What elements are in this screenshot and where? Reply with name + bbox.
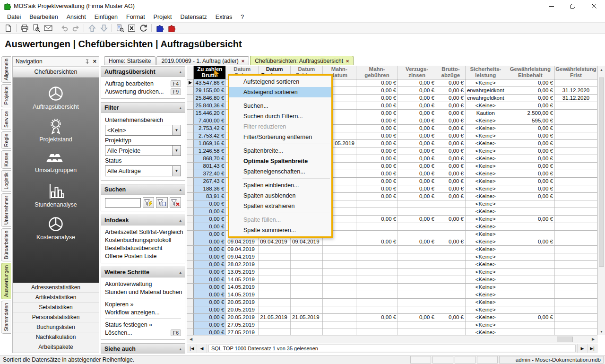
table-cell[interactable]: <Keine> bbox=[465, 276, 506, 283]
table-cell[interactable] bbox=[554, 132, 597, 139]
table-cell[interactable] bbox=[554, 276, 597, 283]
table-cell[interactable]: 21.05.2019 bbox=[259, 313, 291, 321]
table-cell[interactable] bbox=[506, 253, 554, 260]
module-tab-logistik[interactable]: Logistik bbox=[1, 170, 11, 192]
table-cell[interactable]: 0,00 € bbox=[436, 139, 465, 147]
table-cell[interactable]: 0,00 € bbox=[194, 253, 226, 260]
module-tab-allgemein[interactable]: Allgemein bbox=[1, 56, 11, 83]
table-cell[interactable]: <Keine> bbox=[465, 260, 506, 268]
context-menu-item-suchen[interactable]: Suchen... bbox=[229, 101, 331, 111]
table-cell[interactable] bbox=[436, 268, 465, 276]
table-cell[interactable]: <Keine> bbox=[465, 268, 506, 276]
table-cell[interactable] bbox=[554, 223, 597, 230]
table-cell[interactable]: 31.12.2020 bbox=[554, 87, 597, 94]
row-selector[interactable] bbox=[187, 177, 194, 185]
module-tab-auswertungen[interactable]: Auswertungen bbox=[1, 263, 11, 299]
new-document-icon[interactable] bbox=[2, 23, 14, 33]
table-cell[interactable] bbox=[259, 245, 291, 253]
horizontal-scrollbar[interactable]: ◀ ▶ bbox=[187, 335, 597, 343]
table-cell[interactable]: 0,00 € bbox=[356, 215, 398, 223]
action-löschen[interactable]: Löschen...F6 bbox=[105, 329, 181, 337]
table-cell[interactable] bbox=[356, 223, 398, 230]
table-cell[interactable]: <Keine> bbox=[465, 215, 506, 223]
table-cell[interactable] bbox=[506, 230, 554, 238]
table-cell[interactable] bbox=[554, 162, 597, 170]
table-cell[interactable] bbox=[436, 283, 465, 291]
next-record-button[interactable]: ▶ bbox=[577, 344, 587, 353]
table-cell[interactable] bbox=[554, 253, 597, 260]
row-selector[interactable] bbox=[187, 329, 194, 335]
column-header-verzugs-zinsen[interactable]: Verzugs-zinsen bbox=[398, 66, 436, 79]
scroll-down-icon[interactable]: ▼ bbox=[598, 328, 605, 335]
row-selector[interactable] bbox=[187, 94, 194, 102]
tab-2019-00069-1-auftrag-adler[interactable]: 2019.00069 - 1. Auftrag (adler)× bbox=[156, 56, 249, 65]
table-cell[interactable]: 0,00 € bbox=[506, 102, 554, 109]
table-cell[interactable] bbox=[290, 268, 322, 276]
table-cell[interactable]: 0,00 € bbox=[398, 147, 436, 155]
row-selector[interactable] bbox=[187, 245, 194, 253]
table-cell[interactable]: 188,36 € bbox=[194, 185, 226, 192]
table-cell[interactable] bbox=[554, 102, 597, 109]
table-cell[interactable]: 0,00 € bbox=[506, 215, 554, 223]
table-cell[interactable]: 0,00 € bbox=[356, 132, 398, 139]
collapse-icon[interactable]: ▴ bbox=[179, 347, 182, 351]
table-cell[interactable]: 0,00 € bbox=[194, 291, 226, 298]
row-selector[interactable] bbox=[187, 162, 194, 170]
action-auswertung-drucken[interactable]: Auswertung drucken...F9 bbox=[105, 87, 181, 95]
table-cell[interactable]: 0,00 € bbox=[356, 170, 398, 177]
table-cell[interactable]: 0,00 € bbox=[398, 102, 436, 109]
last-record-button[interactable]: ▶| bbox=[587, 344, 597, 353]
table-cell[interactable] bbox=[554, 170, 597, 177]
table-cell[interactable] bbox=[436, 298, 465, 306]
module-tab-büroarbeiten[interactable]: Büroarbeiten bbox=[1, 228, 11, 261]
select-projekttyp[interactable]: Alle Projekte▼ bbox=[105, 145, 181, 156]
row-selector[interactable] bbox=[187, 200, 194, 208]
nav-list-item-buchungslisten[interactable]: Buchungslisten bbox=[13, 322, 99, 332]
table-cell[interactable]: 0,00 € bbox=[506, 155, 554, 162]
table-cell[interactable] bbox=[259, 298, 291, 306]
row-selector[interactable] bbox=[187, 313, 194, 321]
table-cell[interactable] bbox=[436, 253, 465, 260]
table-cell[interactable]: 0,00 € bbox=[436, 109, 465, 117]
action-offene-posten-liste[interactable]: Offene Posten Liste bbox=[105, 252, 181, 260]
table-cell[interactable] bbox=[290, 253, 322, 260]
table-cell[interactable]: 0,00 € bbox=[356, 238, 398, 245]
table-cell[interactable] bbox=[356, 276, 398, 283]
context-menu-item-spalte-summieren[interactable]: Spalte summieren... bbox=[229, 225, 331, 235]
table-cell[interactable] bbox=[554, 260, 597, 268]
table-cell[interactable]: 09.04.2019 bbox=[290, 238, 322, 245]
table-cell[interactable]: 0,00 € bbox=[398, 185, 436, 192]
table-cell[interactable] bbox=[398, 298, 436, 306]
table-cell[interactable] bbox=[398, 208, 436, 215]
action-auftrag-bearbeiten[interactable]: Auftrag bearbeitenF4 bbox=[105, 79, 181, 87]
table-cell[interactable]: 0,00 € bbox=[194, 306, 226, 313]
table-cell[interactable]: 0,00 € bbox=[356, 177, 398, 185]
action-stunden-und-material-buchen[interactable]: Stunden und Material buchen bbox=[105, 288, 181, 296]
row-selector[interactable] bbox=[187, 215, 194, 223]
context-menu-item-spalten-ausblenden[interactable]: Spalten ausblenden bbox=[229, 191, 331, 201]
table-cell[interactable]: <Keine> bbox=[465, 223, 506, 230]
table-cell[interactable]: 0,00 € bbox=[356, 124, 398, 132]
excel-export-icon[interactable] bbox=[126, 23, 138, 33]
column-header-sicherheits-leistung[interactable]: Sicherheits-leistung bbox=[465, 66, 506, 79]
row-selector[interactable] bbox=[187, 139, 194, 147]
table-cell[interactable]: 0,00 € bbox=[506, 313, 554, 321]
action-kopieren[interactable]: Kopieren » bbox=[105, 300, 181, 308]
table-cell[interactable] bbox=[322, 291, 356, 298]
row-selector[interactable] bbox=[187, 268, 194, 276]
table-cell[interactable]: 0,00 € bbox=[356, 94, 398, 102]
table-cell[interactable]: 21.05.2019 bbox=[290, 313, 322, 321]
table-cell[interactable]: <Keine> bbox=[465, 208, 506, 215]
table-cell[interactable] bbox=[259, 306, 291, 313]
table-cell[interactable]: 0,00 € bbox=[398, 177, 436, 185]
action-kostenbuchungsprotokoll[interactable]: Kostenbuchungsprotokoll bbox=[105, 236, 181, 244]
table-cell[interactable]: 0,00 € bbox=[356, 313, 398, 321]
table-cell[interactable] bbox=[436, 223, 465, 230]
row-selector[interactable] bbox=[187, 185, 194, 192]
table-cell[interactable]: 0,00 € bbox=[506, 132, 554, 139]
table-cell[interactable] bbox=[322, 245, 356, 253]
table-cell[interactable]: 0,00 € bbox=[398, 124, 436, 132]
chevron-down-icon[interactable]: ▼ bbox=[172, 166, 181, 176]
table-cell[interactable] bbox=[506, 298, 554, 306]
row-selector[interactable] bbox=[187, 102, 194, 109]
